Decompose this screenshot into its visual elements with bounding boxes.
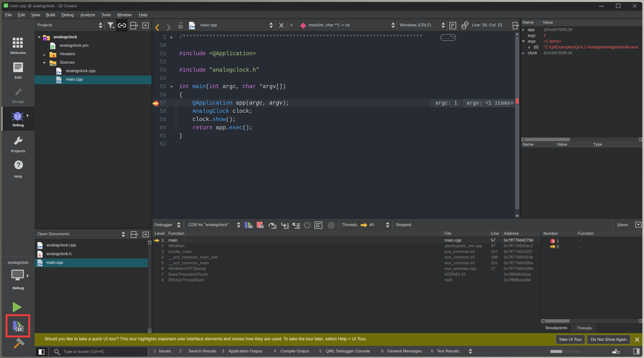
svg-text:h: h — [52, 54, 55, 58]
svg-text:?: ? — [17, 161, 21, 168]
svg-text:h: h — [39, 253, 41, 258]
svg-text:C: C — [56, 79, 59, 83]
svg-text:Qt: Qt — [51, 46, 54, 49]
svg-text:QC: QC — [4, 4, 8, 7]
svg-text:C: C — [50, 63, 52, 66]
svg-text:C: C — [189, 25, 192, 29]
svg-text:C: C — [38, 262, 40, 266]
svg-text:C: C — [38, 245, 40, 249]
svg-text:C: C — [56, 70, 59, 75]
